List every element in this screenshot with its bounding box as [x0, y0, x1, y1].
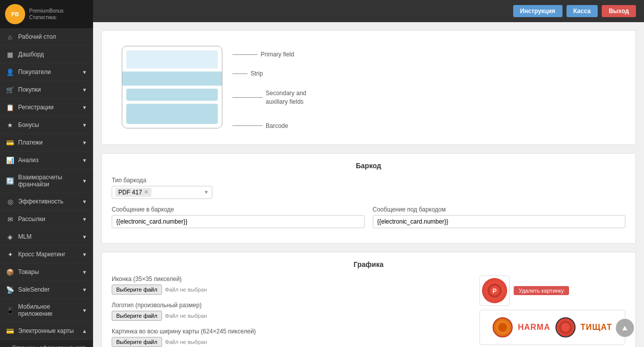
bg-no-file-text: Файл не выбран — [165, 339, 207, 345]
sidebar-header: PB PremiumBonus Статистика: — [0, 0, 93, 28]
sidebar-item-purchases[interactable]: 🛒Покупки ▼ — [0, 81, 93, 99]
icon-preview: P — [479, 275, 510, 306]
purchases-icon: 🛒 — [6, 86, 14, 94]
topbar: Инструкция Касса Выход — [93, 0, 644, 22]
graphics-title: Графика — [112, 260, 625, 268]
buyers-icon: 👤 — [6, 68, 14, 76]
pass-strip-field — [122, 72, 222, 86]
sidebar-item-goods[interactable]: 📦Товары ▼ — [0, 263, 93, 281]
svg-text:P: P — [493, 288, 497, 295]
chevron-down-icon: ▼ — [82, 158, 87, 163]
instruction-button[interactable]: Инструкция — [513, 5, 562, 17]
sidebar-item-ecards[interactable]: 💳Электронные карты ▲ — [0, 322, 93, 340]
chevron-down-icon: ▼ — [82, 122, 87, 128]
chevron-down-icon: ▼ — [82, 287, 87, 293]
chevron-down-icon: ▼ — [82, 87, 87, 93]
sidebar-item-effectiveness[interactable]: ◎Эффективность ▼ — [0, 193, 93, 211]
mlm-icon: ◈ — [6, 233, 14, 241]
sidebar-item-desktop[interactable]: ⌂Рабочий стол — [0, 28, 93, 46]
mailings-icon: ✉ — [6, 215, 14, 223]
logo-file-button[interactable]: Выберите файл — [112, 311, 162, 321]
sidebar-menu: ⌂Рабочий стол ▦Дашборд 👤Покупатели ▼ 🛒По… — [0, 28, 93, 347]
analysis-icon: 📊 — [6, 156, 14, 164]
icon-delete-button[interactable]: Удалить картинку — [514, 286, 569, 295]
desktop-icon: ⌂ — [6, 33, 14, 41]
sidebar-item-buyers[interactable]: 👤Покупатели ▼ — [0, 63, 93, 81]
logo-file-label: Логотип (произвольный размер) — [112, 302, 469, 309]
dashboard-icon: ▦ — [6, 50, 14, 58]
chevron-down-icon: ▼ — [82, 217, 87, 222]
sidebar-item-design-pages[interactable]: Страницы оформления карт — [0, 340, 93, 347]
brand-name: PremiumBonus Статистика: — [29, 8, 63, 21]
sidebar-item-bonuses[interactable]: ★Бонусы ▼ — [0, 116, 93, 134]
sidebar-item-mlm[interactable]: ◈MLM ▼ — [0, 228, 93, 246]
icon-file-row: Иконка (35×35 пикселей) Выберите файл Фа… — [112, 275, 469, 295]
chevron-down-icon: ▼ — [82, 105, 87, 110]
primary-field-label: Primary field — [261, 51, 294, 58]
sidebar-item-mobile[interactable]: 📱Мобильное приложение ▼ — [0, 299, 93, 322]
sidebar-item-cross[interactable]: ✦Кросс Маркетинг ▼ — [0, 246, 93, 263]
sidebar-item-salesender[interactable]: 📡SaleSender ▼ — [0, 281, 93, 299]
logo-preview: НARMA ТИЩАТ — [479, 310, 625, 345]
sidebar-item-payments[interactable]: 💳Платежи ▼ — [0, 134, 93, 152]
cross-icon: ✦ — [6, 250, 14, 258]
scroll-top-button[interactable]: ▲ — [616, 319, 634, 337]
barcode-type-select[interactable]: PDF 417 ✕ ▼ — [112, 186, 212, 199]
barcode-message-input[interactable] — [112, 215, 365, 228]
exit-button[interactable]: Выход — [602, 5, 636, 17]
barcode-section: Баркод Тип баркода PDF 417 ✕ ▼ — [101, 153, 636, 244]
bg-file-label: Картинка во всю ширину карты (624×245 пи… — [112, 328, 469, 335]
chevron-down-icon: ▼ — [82, 70, 87, 75]
chevron-down-icon: ▼ — [82, 199, 87, 204]
sidebar: PB PremiumBonus Статистика: ⌂Рабочий сто… — [0, 0, 93, 347]
chevron-up-icon: ▲ — [82, 328, 87, 334]
graphics-previews: P Удалить картинку — [479, 275, 625, 347]
barcode-message-sub-label: Сообщение под баркодом — [373, 206, 626, 213]
registrations-icon: 📋 — [6, 103, 14, 111]
chevron-down-icon[interactable]: ▼ — [204, 189, 209, 195]
pass-visual — [122, 46, 222, 128]
logo-file-row: Логотип (произвольный размер) Выберите ф… — [112, 302, 469, 321]
ecards-icon: 💳 — [6, 327, 14, 335]
sidebar-item-registrations[interactable]: 📋Регистрации ▼ — [0, 99, 93, 116]
franchise-icon: 🔄 — [6, 177, 14, 185]
barcode-title: Баркод — [112, 162, 625, 170]
logo-red-circle — [555, 317, 576, 337]
barcode-message-sub-input[interactable] — [373, 215, 626, 228]
graphics-section: Графика Иконка (35×35 пикселей) Выберите… — [101, 252, 636, 347]
bg-file-row: Картинка во всю ширину карты (624×245 пи… — [112, 328, 469, 347]
sidebar-item-dashboard[interactable]: ▦Дашборд — [0, 46, 93, 63]
sidebar-submenu-ecards: Страницы оформления карт Карты Wallet Ка… — [0, 340, 93, 347]
pass-secondary-field — [126, 89, 218, 101]
pass-barcode-field — [126, 104, 218, 124]
brand-logo: PB — [5, 4, 25, 24]
bonuses-icon: ★ — [6, 121, 14, 129]
icon-file-label: Иконка (35×35 пикселей) — [112, 275, 469, 283]
logo-orange-circle — [493, 317, 513, 337]
barcode-type-remove[interactable]: ✕ — [144, 189, 148, 195]
bg-file-button[interactable]: Выберите файл — [112, 337, 162, 347]
sidebar-item-analysis[interactable]: 📊Анализ ▼ — [0, 152, 93, 169]
main-area: Инструкция Касса Выход — [93, 0, 644, 347]
effectiveness-icon: ◎ — [6, 197, 14, 205]
barcode-message-label: Сообщение в баркоде — [112, 206, 365, 213]
sidebar-item-franchise[interactable]: 🔄Взаиморасчеты франчайзи ▼ — [0, 169, 93, 193]
icon-file-button[interactable]: Выберите файл — [112, 285, 162, 295]
chevron-down-icon: ▼ — [82, 308, 87, 313]
pass-primary-field — [126, 50, 218, 68]
strip-label: Strip — [251, 70, 263, 77]
kassa-button[interactable]: Касса — [567, 5, 598, 17]
content-area: Primary field Strip Secondary and auxili… — [93, 22, 644, 347]
chevron-down-icon: ▼ — [82, 178, 87, 184]
goods-icon: 📦 — [6, 268, 14, 276]
barcode-type-label: Тип баркода — [112, 177, 212, 184]
payments-icon: 💳 — [6, 138, 14, 147]
icon-preview-img: P — [482, 278, 507, 303]
svg-point-6 — [561, 323, 570, 332]
salesender-icon: 📡 — [6, 286, 14, 294]
sidebar-item-mailings[interactable]: ✉Рассылки ▼ — [0, 211, 93, 228]
chevron-down-icon: ▼ — [82, 140, 87, 146]
chevron-down-icon: ▼ — [82, 234, 87, 240]
chevron-down-icon: ▼ — [82, 269, 87, 275]
barcode-type-tag: PDF 417 ✕ — [115, 188, 151, 197]
